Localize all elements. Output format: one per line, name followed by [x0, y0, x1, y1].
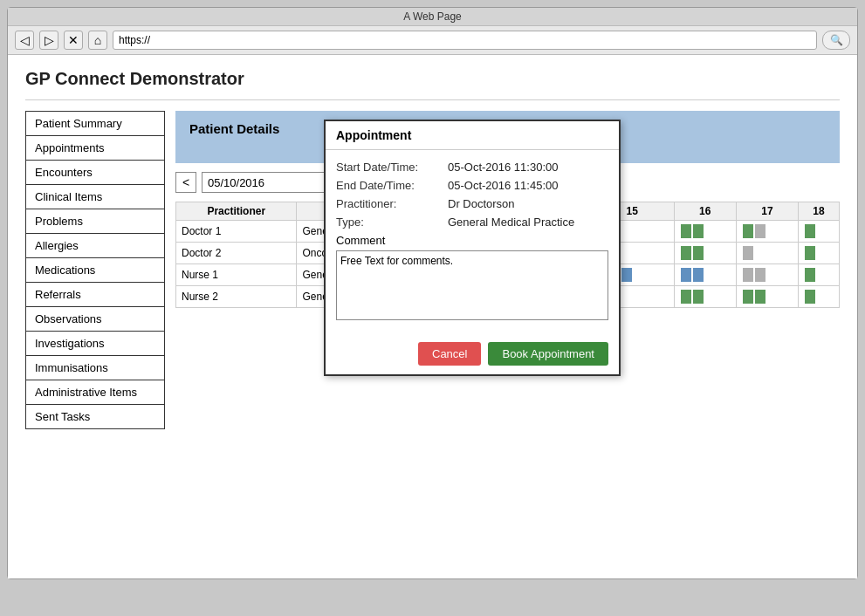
modal-label-start: Start Date/Time: [336, 161, 441, 174]
sidebar: Patient Summary Appointments Encounters … [25, 111, 165, 428]
cell-slots-18[interactable] [799, 221, 840, 243]
modal-label-end: End Date/Time: [336, 179, 441, 192]
book-appointment-button[interactable]: Book Appointment [488, 342, 608, 366]
sidebar-item-medications[interactable]: Medications [25, 257, 165, 283]
sidebar-item-investigations[interactable]: Investigations [25, 331, 165, 356]
app-title: GP Connect Demonstrator [25, 69, 840, 89]
modal-value-end: 05-Oct-2016 11:45:00 [448, 179, 558, 192]
main-area: Patient Details < 📅 Practitioner Type 14 [175, 111, 840, 428]
cell-slots-17[interactable] [736, 243, 798, 264]
sidebar-item-observations[interactable]: Observations [25, 306, 165, 332]
cell-slots-16[interactable] [674, 243, 736, 264]
sidebar-item-clinical-items[interactable]: Clinical Items [25, 184, 165, 209]
nav-home-button[interactable]: ⌂ [88, 31, 107, 50]
browser-title: A Web Page [8, 8, 857, 26]
cell-slots-16[interactable] [674, 264, 736, 286]
sidebar-item-patient-summary[interactable]: Patient Summary [25, 111, 165, 136]
col-16: 16 [674, 202, 736, 221]
sidebar-item-sent-tasks[interactable]: Sent Tasks [25, 404, 165, 429]
modal-label-practitioner: Practitioner: [336, 197, 441, 210]
cell-slots-17[interactable] [736, 286, 798, 308]
address-bar[interactable] [113, 31, 817, 50]
modal-field-end: End Date/Time: 05-Oct-2016 11:45:00 [336, 179, 608, 192]
cell-slots-17[interactable] [736, 221, 798, 243]
cell-slots-16[interactable] [674, 286, 736, 308]
sidebar-item-problems[interactable]: Problems [25, 209, 165, 234]
col-practitioner: Practitioner [176, 202, 297, 221]
col-18: 18 [799, 202, 840, 221]
cell-slots-18[interactable] [799, 286, 840, 308]
sidebar-item-admin-items[interactable]: Administrative Items [25, 380, 165, 405]
patient-details-label: Patient Details [189, 121, 279, 136]
cell-slots-17[interactable] [736, 264, 798, 286]
modal-label-type: Type: [336, 216, 441, 229]
modal-value-practitioner: Dr Doctorson [448, 197, 515, 210]
cell-practitioner: Doctor 1 [176, 221, 297, 243]
search-button[interactable]: 🔍 [822, 31, 850, 50]
modal-footer: Cancel Book Appointment [326, 333, 619, 374]
sidebar-item-allergies[interactable]: Allergies [25, 233, 165, 258]
appointment-modal: Appointment Start Date/Time: 05-Oct-2016… [324, 120, 621, 376]
modal-title: Appointment [326, 121, 619, 150]
modal-value-start: 05-Oct-2016 11:30:00 [448, 161, 558, 174]
app-divider [25, 99, 840, 100]
nav-back-button[interactable]: ◁ [15, 31, 34, 50]
sidebar-item-encounters[interactable]: Encounters [25, 160, 165, 185]
modal-comment-label: Comment [336, 234, 608, 247]
modal-body: Start Date/Time: 05-Oct-2016 11:30:00 En… [326, 150, 619, 333]
cell-practitioner: Nurse 1 [176, 264, 297, 286]
modal-field-practitioner: Practitioner: Dr Doctorson [336, 197, 608, 210]
cell-slots-16[interactable] [674, 221, 736, 243]
modal-field-start: Start Date/Time: 05-Oct-2016 11:30:00 [336, 161, 608, 174]
modal-comment-textarea[interactable]: Free Text for comments. [336, 250, 608, 320]
col-17: 17 [736, 202, 798, 221]
nav-stop-button[interactable]: ✕ [64, 31, 83, 50]
cell-practitioner: Doctor 2 [176, 243, 297, 264]
cell-slots-18[interactable] [799, 243, 840, 264]
sidebar-item-immunisations[interactable]: Immunisations [25, 355, 165, 380]
modal-field-type: Type: General Medical Practice [336, 216, 608, 229]
cancel-button[interactable]: Cancel [418, 342, 481, 366]
modal-value-type: General Medical Practice [448, 216, 574, 229]
calendar-prev-button[interactable]: < [175, 172, 196, 193]
sidebar-item-appointments[interactable]: Appointments [25, 135, 165, 161]
cell-slots-18[interactable] [799, 264, 840, 286]
sidebar-item-referrals[interactable]: Referrals [25, 282, 165, 307]
cell-practitioner: Nurse 2 [176, 286, 297, 308]
nav-forward-button[interactable]: ▷ [39, 31, 58, 50]
